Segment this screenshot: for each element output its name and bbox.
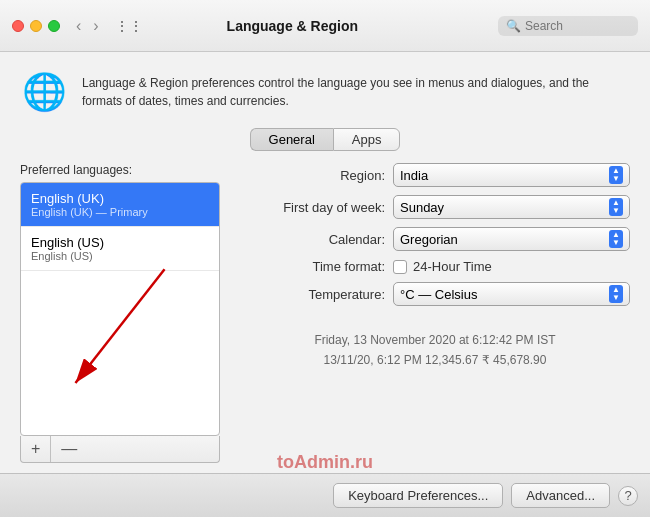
back-button[interactable]: ‹ bbox=[72, 15, 85, 37]
arrow-down-icon: ▼ bbox=[612, 239, 620, 247]
minimize-button[interactable] bbox=[30, 20, 42, 32]
firstday-label: First day of week: bbox=[240, 200, 385, 215]
tab-general[interactable]: General bbox=[250, 128, 333, 151]
right-panel: Region: India ▲ ▼ First day of week: Sun… bbox=[240, 163, 630, 463]
calendar-label: Calendar: bbox=[240, 232, 385, 247]
content-area: 🌐 Language & Region preferences control … bbox=[0, 52, 650, 473]
main-pane: Preferred languages: English (UK) Englis… bbox=[0, 163, 650, 473]
lang-list-label: Preferred languages: bbox=[20, 163, 220, 177]
select-arrows-icon: ▲ ▼ bbox=[609, 230, 623, 248]
timeformat-checkbox-label: 24-Hour Time bbox=[413, 259, 492, 274]
title-bar: ‹ › ⋮⋮ Language & Region 🔍 bbox=[0, 0, 650, 52]
add-language-button[interactable]: + bbox=[21, 436, 51, 462]
region-select[interactable]: India ▲ ▼ bbox=[393, 163, 630, 187]
date-preview: Friday, 13 November 2020 at 6:12:42 PM I… bbox=[240, 330, 630, 371]
language-list: English (UK) English (UK) — Primary Engl… bbox=[20, 182, 220, 436]
pref-description: Language & Region preferences control th… bbox=[82, 68, 630, 110]
arrow-down-icon: ▼ bbox=[612, 175, 620, 183]
list-item[interactable]: English (US) English (US) bbox=[21, 227, 219, 271]
svg-line-1 bbox=[75, 269, 164, 383]
arrow-down-icon: ▼ bbox=[612, 294, 620, 302]
temperature-row: Temperature: °C — Celsius ▲ ▼ bbox=[240, 282, 630, 306]
calendar-select[interactable]: Gregorian ▲ ▼ bbox=[393, 227, 630, 251]
timeformat-row: Time format: 24-Hour Time bbox=[240, 259, 630, 274]
maximize-button[interactable] bbox=[48, 20, 60, 32]
lang-sub: English (UK) — Primary bbox=[31, 206, 209, 218]
tab-apps[interactable]: Apps bbox=[333, 128, 401, 151]
timeformat-label: Time format: bbox=[240, 259, 385, 274]
calendar-value: Gregorian bbox=[400, 232, 458, 247]
close-button[interactable] bbox=[12, 20, 24, 32]
left-panel: Preferred languages: English (UK) Englis… bbox=[20, 163, 220, 463]
timeformat-checkbox-row: 24-Hour Time bbox=[393, 259, 492, 274]
advanced-button[interactable]: Advanced... bbox=[511, 483, 610, 508]
keyboard-prefs-button[interactable]: Keyboard Preferences... bbox=[333, 483, 503, 508]
search-icon: 🔍 bbox=[506, 19, 521, 33]
remove-language-button[interactable]: — bbox=[51, 436, 87, 462]
traffic-lights bbox=[12, 20, 60, 32]
pref-icon: 🌐 bbox=[20, 68, 68, 116]
select-arrows-icon: ▲ ▼ bbox=[609, 166, 623, 184]
tabs-row: General Apps bbox=[0, 128, 650, 151]
region-label: Region: bbox=[240, 168, 385, 183]
region-row: Region: India ▲ ▼ bbox=[240, 163, 630, 187]
bottom-bar: Keyboard Preferences... Advanced... ? bbox=[0, 473, 650, 517]
lang-sub: English (US) bbox=[31, 250, 209, 262]
pref-header: 🌐 Language & Region preferences control … bbox=[0, 52, 650, 128]
list-controls: + — bbox=[20, 436, 220, 463]
firstday-select[interactable]: Sunday ▲ ▼ bbox=[393, 195, 630, 219]
lang-name: English (US) bbox=[31, 235, 209, 250]
search-input[interactable] bbox=[525, 19, 630, 33]
list-item[interactable]: English (UK) English (UK) — Primary bbox=[21, 183, 219, 227]
select-arrows-icon: ▲ ▼ bbox=[609, 285, 623, 303]
select-arrows-icon: ▲ ▼ bbox=[609, 198, 623, 216]
region-value: India bbox=[400, 168, 428, 183]
preview-line1: Friday, 13 November 2020 at 6:12:42 PM I… bbox=[240, 330, 630, 350]
temperature-value: °C — Celsius bbox=[400, 287, 477, 302]
search-bar[interactable]: 🔍 bbox=[498, 16, 638, 36]
firstday-row: First day of week: Sunday ▲ ▼ bbox=[240, 195, 630, 219]
timeformat-checkbox[interactable] bbox=[393, 260, 407, 274]
arrow-down-icon: ▼ bbox=[612, 207, 620, 215]
temperature-label: Temperature: bbox=[240, 287, 385, 302]
firstday-value: Sunday bbox=[400, 200, 444, 215]
calendar-row: Calendar: Gregorian ▲ ▼ bbox=[240, 227, 630, 251]
temperature-select[interactable]: °C — Celsius ▲ ▼ bbox=[393, 282, 630, 306]
preview-line2: 13/11/20, 6:12 PM 12,345.67 ₹ 45,678.90 bbox=[240, 350, 630, 370]
help-button[interactable]: ? bbox=[618, 486, 638, 506]
lang-name: English (UK) bbox=[31, 191, 209, 206]
window-title: Language & Region bbox=[95, 18, 490, 34]
